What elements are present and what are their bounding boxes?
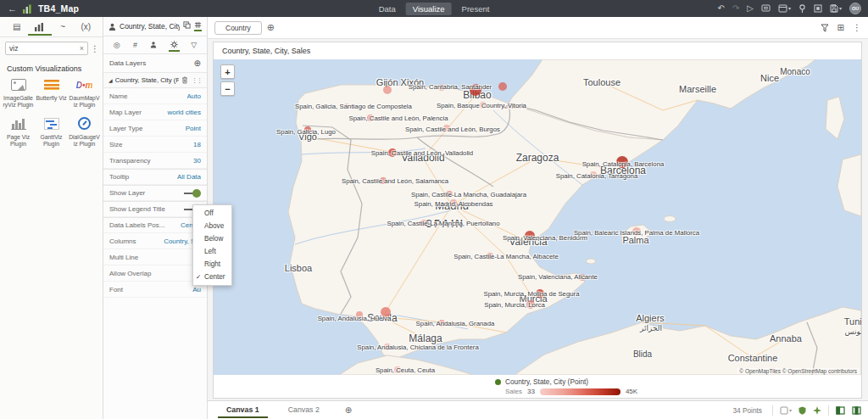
layer-header[interactable]: ◢ Country, State, City (Point) ⋮⋮ xyxy=(103,72,207,88)
map-data-point[interactable] xyxy=(383,86,392,94)
undo-icon[interactable]: ↶ xyxy=(717,4,724,13)
refresh-data-icon[interactable] xyxy=(761,4,771,13)
search-input[interactable] xyxy=(9,44,80,53)
add-filter-icon[interactable]: ⊕ xyxy=(267,22,275,33)
insights-pin-icon[interactable] xyxy=(798,4,806,14)
map-data-point[interactable] xyxy=(470,84,481,96)
map-data-point[interactable] xyxy=(367,115,374,121)
property-value[interactable]: Auto xyxy=(187,92,201,100)
plugin-item[interactable]: D•m DaumMapViz Plugin xyxy=(68,76,101,109)
properties-grid-icon[interactable] xyxy=(194,21,202,31)
map-data-point[interactable] xyxy=(536,289,544,298)
property-row: Allow Overlap xyxy=(103,265,207,282)
panel-kebab-icon[interactable]: ⋮ xyxy=(91,44,99,53)
add-layer-icon[interactable]: ⊕ xyxy=(194,59,201,68)
menu-item[interactable]: Off xyxy=(193,207,231,220)
quality-shield-icon[interactable] xyxy=(798,406,806,415)
map-data-point[interactable] xyxy=(384,344,391,350)
filter-pill-country[interactable]: Country xyxy=(214,21,262,35)
tab-general-icon[interactable]: ◎ xyxy=(112,38,122,53)
panel-right-icon[interactable] xyxy=(852,406,861,415)
plugin-item[interactable]: Page Viz Plugin xyxy=(2,115,35,148)
plugin-item[interactable]: GanttViz Plugin xyxy=(35,115,68,148)
mode-tab[interactable]: Data xyxy=(372,3,403,15)
panel-left-icon[interactable] xyxy=(836,406,845,415)
tab-filters-icon[interactable]: ▽ xyxy=(189,38,198,53)
map-data-point[interactable] xyxy=(356,311,363,318)
canvas-tab[interactable]: Canvas 2 xyxy=(280,402,328,418)
avatar[interactable]: OU xyxy=(849,3,861,14)
map-data-point[interactable] xyxy=(381,307,391,317)
tab-analytics[interactable]: ~ xyxy=(52,19,75,36)
map-data-point[interactable] xyxy=(438,320,445,327)
map-data-point[interactable] xyxy=(590,171,597,178)
canvas-kebab-icon[interactable]: ⋮ xyxy=(853,23,861,32)
map-data-point[interactable] xyxy=(344,103,349,109)
map-attribution: © OpenMapTiles © OpenStreetMap contribut… xyxy=(737,368,860,374)
menu-item[interactable]: Above xyxy=(193,220,231,232)
property-value[interactable]: world cities xyxy=(167,109,201,116)
add-canvas-icon[interactable]: ⊕ xyxy=(345,405,352,415)
present-frame-icon[interactable] xyxy=(814,4,822,13)
tab-visualizations[interactable] xyxy=(28,18,51,35)
clear-search-icon[interactable]: × xyxy=(80,44,84,53)
zoom-in-button[interactable]: + xyxy=(220,64,235,79)
map-data-point[interactable] xyxy=(446,191,453,198)
map-data-point[interactable] xyxy=(616,156,628,168)
plugin-item[interactable]: Butterfly Viz xyxy=(35,76,68,109)
zoom-out-button[interactable]: − xyxy=(220,81,235,96)
tab-data-elements[interactable]: ▤ xyxy=(5,19,28,36)
drag-handle-icon[interactable]: ⋮⋮ xyxy=(192,77,202,84)
canvas-tab[interactable]: Canvas 1 xyxy=(218,402,268,418)
swap-viz-icon[interactable] xyxy=(183,21,191,31)
plugin-item[interactable]: ImageGalleryViz Plugin xyxy=(2,76,35,109)
map-data-point[interactable] xyxy=(579,274,586,281)
map[interactable]: + − Gijón XixónBilbaoValladolidZaragozaM… xyxy=(214,59,861,375)
map-data-point[interactable] xyxy=(498,82,507,91)
limit-values-funnel-icon[interactable] xyxy=(821,24,829,32)
map-data-point[interactable] xyxy=(443,125,450,131)
menu-item[interactable]: Right xyxy=(193,258,231,271)
menu-item[interactable]: Below xyxy=(193,232,231,245)
property-value[interactable]: Point xyxy=(186,125,201,132)
sparkle-icon[interactable] xyxy=(813,406,821,415)
map-data-point[interactable] xyxy=(438,84,445,91)
data-grid-icon[interactable]: ⊞ xyxy=(837,23,844,32)
map-data-point[interactable] xyxy=(380,177,387,184)
map-data-point[interactable] xyxy=(304,126,311,133)
plugin-name: DaumMapViz Plugin xyxy=(68,95,101,109)
tab-values-icon[interactable]: # xyxy=(131,38,139,53)
map-data-point[interactable] xyxy=(394,366,401,373)
tab-map-properties-icon[interactable] xyxy=(169,38,180,52)
menu-item[interactable]: Center xyxy=(193,271,231,283)
map-data-point[interactable] xyxy=(487,253,493,260)
menu-item[interactable]: Left xyxy=(193,245,231,258)
map-data-point[interactable] xyxy=(480,102,487,109)
tab-parameters[interactable]: (x) xyxy=(75,19,97,36)
map-geography xyxy=(214,59,861,375)
map-data-point[interactable] xyxy=(450,199,457,206)
property-value[interactable]: 30 xyxy=(193,157,201,165)
mode-tab[interactable]: Visualize xyxy=(406,3,452,15)
map-data-point[interactable] xyxy=(420,220,427,226)
plugin-name: Butterfly Viz xyxy=(35,95,67,102)
back-icon[interactable]: ← xyxy=(8,3,17,14)
map-data-point[interactable] xyxy=(525,231,535,241)
plugin-item[interactable]: DialGaugeViz Plugin xyxy=(68,115,101,148)
preview-play-icon[interactable]: ▷ xyxy=(747,4,754,13)
property-value[interactable]: Au xyxy=(192,286,201,293)
mode-tab[interactable]: Present xyxy=(455,3,497,15)
map-data-point[interactable] xyxy=(388,148,397,157)
property-value[interactable]: 18 xyxy=(193,141,201,148)
panel-menu-icon[interactable]: ▾ xyxy=(778,4,791,13)
layout-select-icon[interactable]: ▾ xyxy=(780,406,792,415)
map-visualization-card[interactable]: Country, State, City, Sales xyxy=(213,42,862,399)
toggle-switch[interactable] xyxy=(184,189,201,198)
collapse-triangle-icon[interactable]: ◢ xyxy=(108,77,113,83)
tab-analytics-icon[interactable] xyxy=(148,38,159,52)
map-data-point[interactable] xyxy=(632,227,641,236)
save-icon[interactable]: ▾ xyxy=(830,4,842,13)
map-data-point[interactable] xyxy=(526,300,535,309)
property-value[interactable]: All Data xyxy=(177,173,201,181)
delete-layer-icon[interactable] xyxy=(181,76,188,84)
